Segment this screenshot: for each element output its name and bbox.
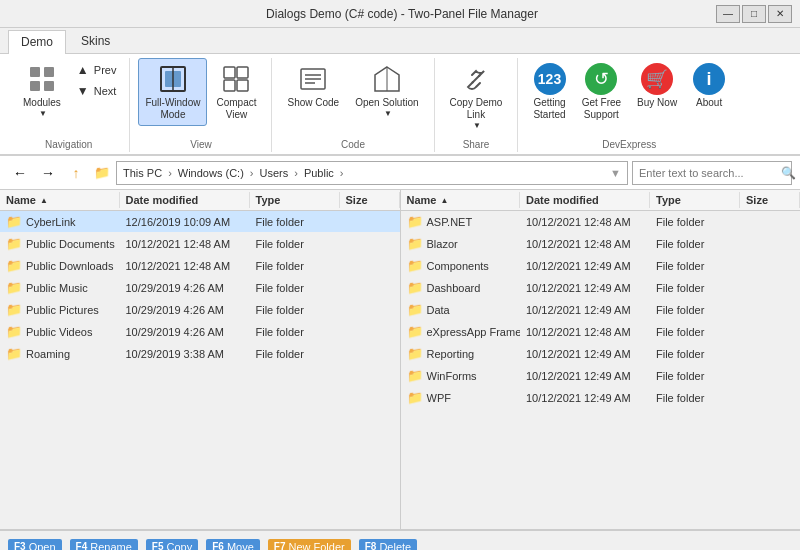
full-window-mode-button[interactable]: Full-WindowMode	[138, 58, 207, 126]
view-group-label: View	[190, 137, 212, 152]
copy-label: Copy	[167, 541, 193, 551]
address-dropdown-icon[interactable]: ▼	[610, 167, 621, 179]
search-input[interactable]	[639, 167, 777, 179]
navigation-group-label: Navigation	[45, 137, 92, 152]
share-group-label: Share	[463, 137, 490, 152]
full-window-icon	[157, 63, 189, 95]
next-button[interactable]: ▼ Next	[70, 81, 122, 101]
about-button[interactable]: i About	[686, 58, 732, 114]
right-col-name[interactable]: Name ▲	[401, 192, 521, 208]
open-button[interactable]: F3 Open	[8, 539, 62, 551]
new-folder-button[interactable]: F7 New Folder	[268, 539, 351, 551]
right-file-row[interactable]: 📁 Dashboard 10/12/2021 12:49 AM File fol…	[401, 277, 801, 299]
copy-button[interactable]: F5 Copy	[146, 539, 198, 551]
code-group-label: Code	[341, 137, 365, 152]
left-file-row[interactable]: 📁 Public Videos 10/29/2019 4:26 AM File …	[0, 321, 400, 343]
left-file-row[interactable]: 📁 Public Documents 10/12/2021 12:48 AM F…	[0, 233, 400, 255]
left-file-row[interactable]: 📁 Public Pictures 10/29/2019 4:26 AM Fil…	[0, 299, 400, 321]
left-file-row[interactable]: 📁 CyberLink 12/16/2019 10:09 AM File fol…	[0, 211, 400, 233]
open-key: F3	[14, 541, 26, 550]
right-file-size	[740, 278, 800, 297]
window-controls[interactable]: — □ ✕	[716, 5, 792, 23]
move-button[interactable]: F6 Move	[206, 539, 260, 551]
navigation-bar: ← → ↑ 📁 This PC › Windows (C:) › Users ›…	[0, 156, 800, 190]
delete-button[interactable]: F8 Delete	[359, 539, 417, 551]
folder-icon: 📁	[407, 390, 423, 405]
left-file-modified: 10/12/2021 12:48 AM	[120, 256, 250, 275]
breadcrumb-sep4: ›	[340, 167, 344, 179]
copy-demo-link-button[interactable]: Copy DemoLink ▼	[443, 58, 510, 135]
right-file-type: File folder	[650, 256, 740, 275]
devexpress-group-label: DevExpress	[602, 137, 656, 152]
right-file-row[interactable]: 📁 Components 10/12/2021 12:49 AM File fo…	[401, 255, 801, 277]
right-sort-arrow: ▲	[440, 196, 448, 205]
left-file-row[interactable]: 📁 Public Music 10/29/2019 4:26 AM File f…	[0, 277, 400, 299]
open-solution-button[interactable]: Open Solution ▼	[348, 58, 425, 123]
right-col-type[interactable]: Type	[650, 192, 740, 208]
right-file-type: File folder	[650, 278, 740, 297]
tab-demo[interactable]: Demo	[8, 30, 66, 54]
ribbon-share-content: Copy DemoLink ▼	[443, 58, 510, 135]
left-file-name: 📁 Public Music	[0, 278, 120, 297]
right-file-modified: 10/12/2021 12:49 AM	[520, 366, 650, 385]
new-folder-label: New Folder	[288, 541, 344, 551]
right-col-modified[interactable]: Date modified	[520, 192, 650, 208]
show-code-button[interactable]: Show Code	[280, 58, 346, 114]
folder-icon: 📁	[407, 302, 423, 317]
right-file-row[interactable]: 📁 Reporting 10/12/2021 12:49 AM File fol…	[401, 343, 801, 365]
left-file-name: 📁 Public Videos	[0, 322, 120, 341]
prev-button[interactable]: ▲ Prev	[70, 60, 122, 80]
folder-icon: 📁	[407, 324, 423, 339]
folder-icon: 📁	[407, 236, 423, 251]
open-solution-icon	[371, 63, 403, 95]
right-file-row[interactable]: 📁 WPF 10/12/2021 12:49 AM File folder	[401, 387, 801, 409]
left-file-size	[340, 212, 400, 231]
address-bar[interactable]: This PC › Windows (C:) › Users › Public …	[116, 161, 628, 185]
right-col-size[interactable]: Size	[740, 192, 800, 208]
right-panel: Name ▲ Date modified Type Size 📁 ASP.NET…	[401, 190, 801, 529]
left-col-modified[interactable]: Date modified	[120, 192, 250, 208]
forward-button[interactable]: →	[36, 161, 60, 185]
breadcrumb-users: Users	[259, 167, 288, 179]
back-button[interactable]: ←	[8, 161, 32, 185]
tab-skins[interactable]: Skins	[68, 29, 123, 53]
right-file-row[interactable]: 📁 WinForms 10/12/2021 12:49 AM File fold…	[401, 365, 801, 387]
ribbon-devexpress-content: 123 GettingStarted ↺ Get FreeSupport 🛒 B…	[526, 58, 732, 135]
close-button[interactable]: ✕	[768, 5, 792, 23]
folder-icon: 📁	[407, 368, 423, 383]
folder-icon: 📁	[407, 280, 423, 295]
modules-button[interactable]: Modules ▼	[16, 58, 68, 123]
left-col-name[interactable]: Name ▲	[0, 192, 120, 208]
search-box[interactable]: 🔍	[632, 161, 792, 185]
buy-now-button[interactable]: 🛒 Buy Now	[630, 58, 684, 114]
left-file-row[interactable]: 📁 Public Downloads 10/12/2021 12:48 AM F…	[0, 255, 400, 277]
right-file-type: File folder	[650, 322, 740, 341]
svg-rect-3	[44, 81, 54, 91]
compact-view-button[interactable]: CompactView	[209, 58, 263, 126]
folder-icon: 📁	[6, 324, 22, 339]
maximize-button[interactable]: □	[742, 5, 766, 23]
right-panel-header: Name ▲ Date modified Type Size	[401, 190, 801, 211]
up-button[interactable]: ↑	[64, 161, 88, 185]
minimize-button[interactable]: —	[716, 5, 740, 23]
right-file-size	[740, 256, 800, 275]
get-free-support-button[interactable]: ↺ Get FreeSupport	[575, 58, 628, 126]
right-file-modified: 10/12/2021 12:48 AM	[520, 322, 650, 341]
getting-started-button[interactable]: 123 GettingStarted	[526, 58, 572, 126]
copy-link-icon	[460, 63, 492, 95]
right-file-row[interactable]: 📁 ASP.NET 10/12/2021 12:48 AM File folde…	[401, 211, 801, 233]
left-col-size[interactable]: Size	[340, 192, 400, 208]
rename-key: F4	[76, 541, 88, 550]
show-code-label: Show Code	[287, 97, 339, 109]
left-file-type: File folder	[250, 322, 340, 341]
right-file-row[interactable]: 📁 Data 10/12/2021 12:49 AM File folder	[401, 299, 801, 321]
right-file-modified: 10/12/2021 12:49 AM	[520, 388, 650, 407]
rename-button[interactable]: F4 Rename	[70, 539, 138, 551]
left-file-row[interactable]: 📁 Roaming 10/29/2019 3:38 AM File folder	[0, 343, 400, 365]
delete-label: Delete	[379, 541, 411, 551]
right-file-row[interactable]: 📁 Blazor 10/12/2021 12:48 AM File folder	[401, 233, 801, 255]
left-file-modified: 10/12/2021 12:48 AM	[120, 234, 250, 253]
right-file-row[interactable]: 📁 eXpressApp Framework 10/12/2021 12:48 …	[401, 321, 801, 343]
right-file-name: 📁 Data	[401, 300, 521, 319]
left-col-type[interactable]: Type	[250, 192, 340, 208]
